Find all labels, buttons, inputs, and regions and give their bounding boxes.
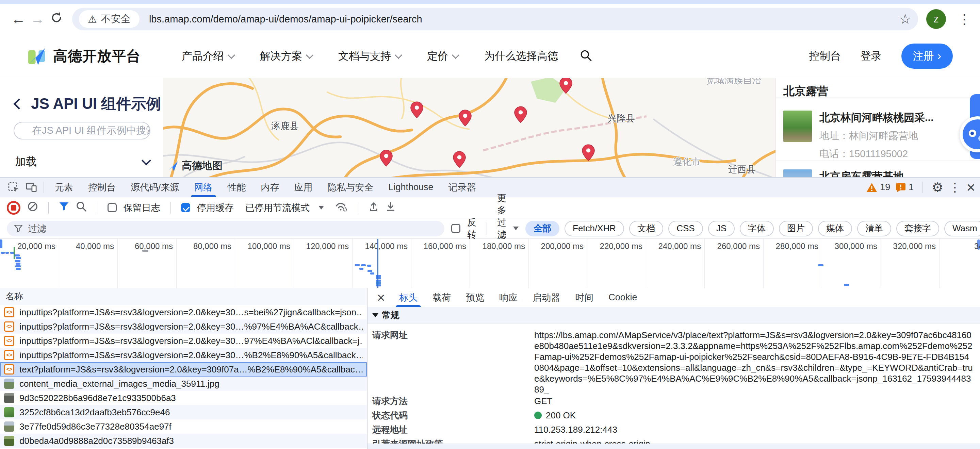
details-tab-Cookie[interactable]: Cookie xyxy=(601,288,644,307)
invert-filter-checkbox[interactable] xyxy=(451,224,460,233)
devtools-menu-icon[interactable]: ⋮ xyxy=(949,181,961,194)
filter-chip-图片[interactable]: 图片 xyxy=(779,221,813,236)
filter-chip-字体[interactable]: 字体 xyxy=(740,221,774,236)
login-link[interactable]: 登录 xyxy=(861,49,882,63)
filter-chip-Fetch/XHR[interactable]: Fetch/XHR xyxy=(565,221,624,236)
export-har-button[interactable] xyxy=(385,201,396,214)
sidebar-search-input[interactable]: 在JS API UI 组件示例中搜索 xyxy=(14,122,150,140)
network-request-row[interactable]: inputtips?platform=JS&s=rsv3&logversion=… xyxy=(0,305,367,319)
devtools-tab-隐私与安全[interactable]: 隐私与安全 xyxy=(320,178,381,197)
waterfall-bar xyxy=(15,260,21,262)
network-request-row[interactable]: d0beda4a0d9888a2d0c73589b9463af3 xyxy=(0,434,367,448)
throttling-caret-icon[interactable] xyxy=(318,206,324,209)
import-har-button[interactable] xyxy=(369,201,379,214)
network-request-row[interactable]: inputtips?platform=JS&s=rsv3&logversion=… xyxy=(0,334,367,348)
devtools-tab-性能[interactable]: 性能 xyxy=(220,178,253,197)
header-search-icon[interactable] xyxy=(580,49,592,63)
network-search-button[interactable] xyxy=(76,201,87,214)
throttling-select[interactable]: 已停用节流模式 xyxy=(245,202,310,214)
divider xyxy=(923,182,923,193)
url-bar[interactable]: ⚠ 不安全 lbs.amap.com/demo/amap-ui/demos/am… xyxy=(72,8,918,30)
map-marker-pin[interactable] xyxy=(582,144,595,161)
details-tab-载荷[interactable]: 载荷 xyxy=(425,288,458,307)
image-file-icon xyxy=(4,393,14,403)
devtools-tab-记录器[interactable]: 记录器 xyxy=(441,178,484,197)
map-marker-pin[interactable] xyxy=(559,78,572,94)
devtools-tab-内存[interactable]: 内存 xyxy=(253,178,287,197)
url-text[interactable]: lbs.amap.com/demo/amap-ui/demos/amap-ui-… xyxy=(149,14,892,25)
filter-toggle-button[interactable] xyxy=(59,202,69,214)
devtools-tab-元素[interactable]: 元素 xyxy=(47,178,81,197)
devtools-tab-应用[interactable]: 应用 xyxy=(287,178,320,197)
back-button[interactable]: ← xyxy=(9,11,28,27)
nav-item-文档与支持[interactable]: 文档与支持 xyxy=(338,49,401,63)
reload-button[interactable] xyxy=(47,11,66,27)
headers-section-general[interactable]: 常规 xyxy=(368,307,980,324)
network-request-row[interactable]: inputtips?platform=JS&s=rsv3&logversion=… xyxy=(0,348,367,362)
profile-avatar[interactable]: z xyxy=(926,9,946,29)
poi-list-item[interactable]: 北京林间河畔核桃园采... 地址：林间河畔露营地 电话：15011195002 xyxy=(783,111,953,161)
disable-cache-checkbox[interactable] xyxy=(181,203,190,212)
network-filter-input[interactable]: 过滤 xyxy=(7,221,444,236)
issues-badge[interactable]: 1 xyxy=(896,182,914,192)
sidebar-title[interactable]: JS API UI 组件示例 xyxy=(15,94,161,114)
security-badge[interactable]: ⚠ 不安全 xyxy=(79,10,140,28)
details-close-icon[interactable]: × xyxy=(370,291,392,305)
warnings-badge[interactable]: 19 xyxy=(866,182,890,192)
network-request-row[interactable]: text?platform=JS&s=rsv3&logversion=2.0&k… xyxy=(0,362,367,376)
network-conditions-button[interactable] xyxy=(335,201,348,214)
filter-chip-文档[interactable]: 文档 xyxy=(629,221,663,236)
filter-chip-全部[interactable]: 全部 xyxy=(525,221,559,236)
filter-chip-媒体[interactable]: 媒体 xyxy=(818,221,852,236)
map-marker-pin[interactable] xyxy=(514,106,527,123)
device-toolbar-icon[interactable] xyxy=(22,179,40,196)
record-network-log-button[interactable] xyxy=(7,201,21,215)
network-request-row[interactable]: 3252cf8b6ca13d2daafb3eb576cc9e46 xyxy=(0,405,367,419)
filter-chip-JS[interactable]: JS xyxy=(708,221,735,236)
network-request-row[interactable]: 3e77fe0d59d86c3e77328e80354ae97f xyxy=(0,419,367,434)
nav-item-为什么选择高德[interactable]: 为什么选择高德 xyxy=(484,49,558,63)
preserve-log-checkbox[interactable] xyxy=(108,203,117,212)
filter-chip-Wasm[interactable]: Wasm xyxy=(944,221,980,236)
devtools-tab-Lighthouse[interactable]: Lighthouse xyxy=(381,178,441,197)
network-request-row[interactable]: inputtips?platform=JS&s=rsv3&logversion=… xyxy=(0,319,367,334)
sidebar-group-load[interactable]: 加载 xyxy=(15,154,150,170)
inspect-element-icon[interactable] xyxy=(5,179,22,196)
column-header-name[interactable]: 名称 xyxy=(0,288,367,305)
details-tab-启动器[interactable]: 启动器 xyxy=(525,288,568,307)
map-marker-pin[interactable] xyxy=(459,109,472,127)
map-canvas[interactable]: 涿鹿县兴隆县遵化市迁西县宽城满族自治 高德地图 xyxy=(163,78,775,177)
browser-menu-icon[interactable]: ⋮ xyxy=(958,11,971,27)
network-overview-timeline[interactable]: 20,000 ms40,000 ms60,000 ms80,000 ms100,… xyxy=(0,239,980,289)
network-request-row[interactable]: content_media_external_images_media_3591… xyxy=(0,376,367,391)
forward-button[interactable]: → xyxy=(28,11,47,27)
network-request-row[interactable]: 9d3c520228b6a96d8e7e1c933500b6a3 xyxy=(0,391,367,405)
details-tab-时间[interactable]: 时间 xyxy=(568,288,601,307)
register-button[interactable]: 注册 › xyxy=(901,44,953,69)
bookmark-star-icon[interactable]: ☆ xyxy=(899,11,911,27)
waterfall-bar xyxy=(1,252,5,254)
poi-list-item[interactable]: 北京房车露营基地 xyxy=(783,170,953,177)
amap-logo[interactable]: 高德开放平台 xyxy=(27,46,141,66)
clear-network-log-button[interactable] xyxy=(27,201,38,214)
map-marker-pin[interactable] xyxy=(380,150,393,167)
map-marker-pin[interactable] xyxy=(410,102,423,118)
devtools-settings-icon[interactable]: ⚙ xyxy=(932,181,943,194)
devtools-tab-控制台[interactable]: 控制台 xyxy=(81,178,123,197)
devtools-close-icon[interactable]: × xyxy=(966,180,975,195)
more-filters-caret-icon[interactable] xyxy=(513,227,519,230)
assistant-mascot[interactable] xyxy=(959,116,980,152)
devtools-tab-源代码/来源[interactable]: 源代码/来源 xyxy=(123,178,187,197)
details-tab-预览[interactable]: 预览 xyxy=(458,288,492,307)
devtools-tab-网络[interactable]: 网络 xyxy=(187,178,220,197)
nav-item-解决方案[interactable]: 解决方案 xyxy=(260,49,312,63)
nav-item-定价[interactable]: 定价 xyxy=(427,49,458,63)
details-tab-标头[interactable]: 标头 xyxy=(392,288,425,307)
filter-chip-清单[interactable]: 清单 xyxy=(857,221,891,236)
filter-chip-CSS[interactable]: CSS xyxy=(668,221,703,236)
details-tab-响应[interactable]: 响应 xyxy=(492,288,525,307)
map-marker-pin[interactable] xyxy=(453,151,466,168)
nav-item-产品介绍[interactable]: 产品介绍 xyxy=(182,49,234,63)
console-link[interactable]: 控制台 xyxy=(809,49,841,63)
filter-chip-套接字[interactable]: 套接字 xyxy=(896,221,939,236)
